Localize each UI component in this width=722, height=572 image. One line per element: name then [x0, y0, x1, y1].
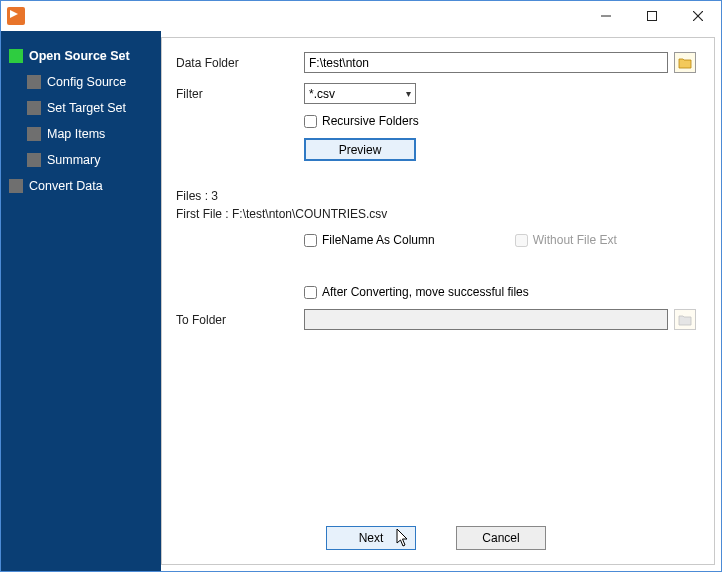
- filter-value: *.csv: [309, 87, 335, 101]
- sidebar-item-map-items[interactable]: Map Items: [25, 121, 157, 147]
- window-buttons: [583, 1, 721, 31]
- close-button[interactable]: [675, 1, 721, 31]
- sidebar-item-label: Summary: [47, 153, 100, 167]
- without-file-ext-box: [515, 234, 528, 247]
- filter-combo[interactable]: *.csv ▾: [304, 83, 416, 104]
- recursive-folders-checkbox[interactable]: Recursive Folders: [304, 114, 419, 128]
- maximize-button[interactable]: [629, 1, 675, 31]
- sidebar-item-summary[interactable]: Summary: [25, 147, 157, 173]
- wizard-sidebar: Open Source Set Config Source Set Target…: [1, 31, 161, 571]
- to-folder-label: To Folder: [176, 313, 304, 327]
- step-box-icon: [27, 127, 41, 141]
- sidebar-item-label: Config Source: [47, 75, 126, 89]
- recursive-folders-label: Recursive Folders: [322, 114, 419, 128]
- data-folder-input[interactable]: [304, 52, 668, 73]
- chevron-down-icon: ▾: [406, 88, 411, 99]
- recursive-folders-box[interactable]: [304, 115, 317, 128]
- sidebar-item-label: Open Source Set: [29, 49, 130, 63]
- titlebar: [1, 1, 721, 31]
- folder-icon: [678, 57, 692, 69]
- sidebar-item-label: Convert Data: [29, 179, 103, 193]
- browse-to-folder-button: [674, 309, 696, 330]
- wizard-footer: Next Cancel: [176, 516, 696, 554]
- sidebar-item-convert-data[interactable]: Convert Data: [7, 173, 157, 199]
- folder-icon: [678, 314, 692, 326]
- browse-data-folder-button[interactable]: [674, 52, 696, 73]
- filename-as-column-label: FileName As Column: [322, 233, 435, 247]
- sidebar-item-config-source[interactable]: Config Source: [25, 69, 157, 95]
- preview-button[interactable]: Preview: [304, 138, 416, 161]
- sidebar-item-label: Map Items: [47, 127, 105, 141]
- minimize-button[interactable]: [583, 1, 629, 31]
- sidebar-item-set-target-set[interactable]: Set Target Set: [25, 95, 157, 121]
- step-box-icon: [27, 153, 41, 167]
- filter-label: Filter: [176, 87, 304, 101]
- data-folder-label: Data Folder: [176, 56, 304, 70]
- filename-as-column-checkbox[interactable]: FileName As Column: [304, 233, 435, 247]
- content-panel: Data Folder Filter *.csv ▾: [161, 37, 715, 565]
- wizard-window: Open Source Set Config Source Set Target…: [0, 0, 722, 572]
- after-converting-checkbox[interactable]: After Converting, move successful files: [304, 285, 529, 299]
- step-box-icon: [27, 101, 41, 115]
- svg-rect-1: [648, 12, 657, 21]
- to-folder-input: [304, 309, 668, 330]
- without-file-ext-checkbox: Without File Ext: [515, 233, 617, 247]
- step-box-icon: [9, 179, 23, 193]
- step-box-icon: [27, 75, 41, 89]
- step-box-icon: [9, 49, 23, 63]
- sidebar-item-open-source-set[interactable]: Open Source Set: [7, 43, 157, 69]
- after-converting-box[interactable]: [304, 286, 317, 299]
- cancel-button[interactable]: Cancel: [456, 526, 546, 550]
- sidebar-item-label: Set Target Set: [47, 101, 126, 115]
- without-file-ext-label: Without File Ext: [533, 233, 617, 247]
- next-button[interactable]: Next: [326, 526, 416, 550]
- after-converting-label: After Converting, move successful files: [322, 285, 529, 299]
- app-icon: [7, 7, 25, 25]
- files-count-label: Files : 3: [176, 189, 696, 203]
- filename-as-column-box[interactable]: [304, 234, 317, 247]
- first-file-label: First File : F:\test\nton\COUNTRIES.csv: [176, 207, 696, 221]
